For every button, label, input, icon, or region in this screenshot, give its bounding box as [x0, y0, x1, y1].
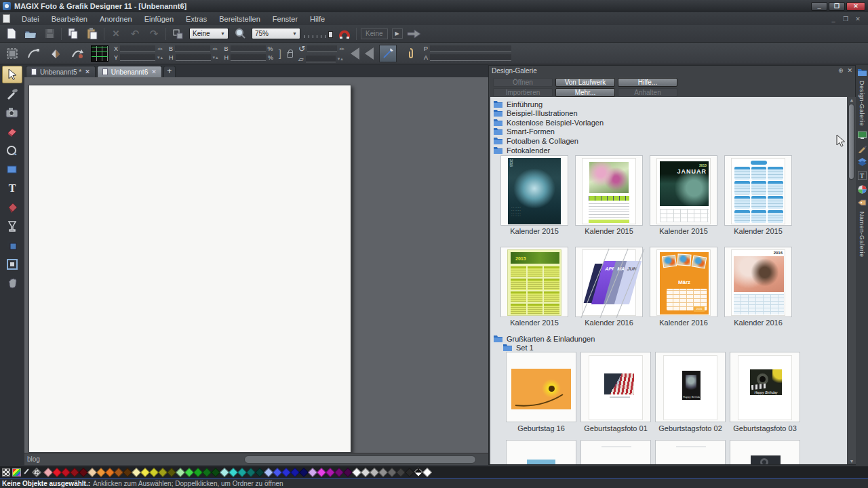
- eraser-tool[interactable]: [2, 123, 22, 140]
- name-gallery-tag-icon[interactable]: [857, 198, 867, 207]
- palette-editor-icon[interactable]: [12, 468, 21, 476]
- feather-dropdown[interactable]: Keine: [361, 28, 388, 39]
- template-geburtstagsfoto-01[interactable]: [580, 352, 651, 422]
- stop-button[interactable]: Anhalten: [618, 88, 677, 97]
- zoom-icon[interactable]: [233, 27, 248, 41]
- color-panel-icon[interactable]: [857, 184, 867, 194]
- more-button[interactable]: Mehr...: [555, 88, 615, 97]
- pin-icon[interactable]: ⊕: [838, 67, 844, 74]
- template-partial-2[interactable]: [580, 440, 651, 464]
- folder-fotoalben-collagen[interactable]: Fotoalben & Collagen: [494, 136, 578, 145]
- text-styles-panel-icon[interactable]: T: [857, 171, 867, 180]
- tab-close-icon[interactable]: ✕: [85, 68, 90, 75]
- redo-path-icon[interactable]: [69, 45, 85, 62]
- template-kalender-2016-orange[interactable]: März 2016: [650, 247, 717, 317]
- restore-button[interactable]: ❐: [829, 2, 845, 11]
- transparency-tool[interactable]: [2, 218, 22, 235]
- paste-button[interactable]: [85, 27, 100, 41]
- shadow-tool[interactable]: [2, 237, 22, 254]
- grid-snap-icon[interactable]: [91, 45, 108, 62]
- fill-style-icon[interactable]: [47, 45, 64, 62]
- horizontal-scrollbar[interactable]: blog: [24, 453, 488, 465]
- menu-anordnen[interactable]: Anordnen: [94, 14, 138, 24]
- text-tool[interactable]: T: [2, 180, 22, 197]
- style-dropdown[interactable]: Keine▼: [189, 28, 229, 39]
- scale-w-input[interactable]: [231, 45, 266, 52]
- template-kalender-2015-blue-year[interactable]: [724, 155, 792, 226]
- new-tab-button[interactable]: +: [163, 66, 176, 77]
- folder-set-1[interactable]: Set 1: [503, 343, 534, 352]
- tab-design-galerie[interactable]: Design-Galerie: [859, 81, 865, 126]
- open-gallery-button[interactable]: Öffnen: [493, 78, 553, 87]
- paperclip-icon[interactable]: [402, 45, 418, 62]
- undo-button[interactable]: ↶: [127, 27, 142, 41]
- copy-button[interactable]: [66, 27, 81, 41]
- export-arrow-icon[interactable]: [407, 27, 422, 41]
- mdi-restore-button[interactable]: ❐: [841, 16, 850, 22]
- template-kalender-2016-purple[interactable]: APR MAI JUN: [575, 247, 643, 317]
- slider-thumb[interactable]: [328, 31, 333, 38]
- template-kalender-2015-grotto[interactable]: 2015 · · · · · ·· · · · · ·· · · · · ·· …: [500, 155, 568, 226]
- magnet-snap-icon[interactable]: [337, 27, 352, 41]
- template-kalender-2016-pets[interactable]: 2016: [724, 247, 792, 317]
- close-button[interactable]: ✕: [846, 2, 865, 11]
- zoom-level-dropdown[interactable]: 75%▼: [252, 28, 300, 39]
- photo-tool[interactable]: [2, 104, 22, 121]
- template-partial-1[interactable]: [506, 440, 576, 464]
- rectangle-tool[interactable]: [2, 161, 22, 178]
- new-document-button[interactable]: [4, 27, 19, 41]
- help-button[interactable]: Hilfe...: [618, 78, 677, 87]
- hscroll-thumb[interactable]: [244, 455, 476, 464]
- smoothing-slider[interactable]: [304, 30, 333, 38]
- folder-kostenlose-vorlagen[interactable]: Kostenlose Beispiel-Vorlagen: [494, 118, 604, 127]
- pen-panel-icon[interactable]: [857, 144, 867, 153]
- gallery-close-icon[interactable]: ✕: [847, 67, 852, 74]
- redo-button[interactable]: ↷: [146, 27, 161, 41]
- tab-namen-galerie[interactable]: Namen-Galerie: [859, 211, 865, 258]
- lock-aspect-icon[interactable]: [287, 52, 293, 58]
- mdi-minimize-button[interactable]: _: [829, 16, 838, 22]
- x-input[interactable]: [120, 45, 155, 52]
- rotation-input[interactable]: [307, 45, 337, 52]
- template-geburtstagsfoto-02[interactable]: Happy Birthday: [655, 352, 726, 422]
- import-button[interactable]: Importieren: [493, 88, 553, 97]
- flip-vertical-button[interactable]: [365, 47, 374, 60]
- no-color-swatch[interactable]: [2, 468, 10, 476]
- height-input[interactable]: [176, 54, 211, 61]
- template-partial-4[interactable]: [730, 440, 800, 464]
- select-bounds-icon[interactable]: [4, 45, 20, 62]
- menu-einfuegen[interactable]: Einfügen: [138, 14, 180, 24]
- y-input[interactable]: [120, 54, 155, 61]
- scale-h-input[interactable]: [231, 54, 266, 61]
- folder-grusskarten-einladungen[interactable]: Grußkarten & Einladungen: [494, 334, 595, 343]
- flip-horizontal-button[interactable]: [351, 47, 359, 60]
- eyedropper-icon[interactable]: [23, 468, 30, 476]
- menu-hilfe[interactable]: Hilfe: [304, 14, 331, 24]
- line-tool-button[interactable]: [379, 45, 397, 62]
- from-drive-button[interactable]: Von Laufwerk: [555, 78, 615, 87]
- template-kalender-2015-green-year[interactable]: 2015: [500, 247, 568, 317]
- canvas-area[interactable]: [24, 77, 488, 453]
- select-tool[interactable]: [2, 66, 22, 83]
- curve-edit-icon[interactable]: [26, 45, 42, 62]
- fill-tool[interactable]: [2, 199, 22, 216]
- folder-einfuehrung[interactable]: Einführung: [494, 100, 542, 108]
- tab-unbenannt5[interactable]: Unbenannt5 * ✕: [26, 66, 96, 77]
- delete-button[interactable]: ✕: [108, 27, 123, 41]
- menu-fenster[interactable]: Fenster: [267, 14, 304, 24]
- screen-panel-icon[interactable]: [857, 130, 867, 140]
- mdi-close-button[interactable]: ✕: [853, 16, 863, 22]
- gallery-scrollbar[interactable]: ▲ ▼: [848, 97, 856, 464]
- scroll-down-arrow[interactable]: ▼: [848, 459, 856, 464]
- tab-unbenannt6[interactable]: Unbenannt6 ✕: [97, 66, 162, 77]
- scroll-up-arrow[interactable]: ▲: [848, 98, 856, 102]
- width-input[interactable]: [175, 45, 210, 52]
- shape-editor-tool[interactable]: [2, 142, 22, 159]
- contour-tool[interactable]: [2, 256, 22, 273]
- template-geburtstag-16[interactable]: [506, 352, 576, 422]
- template-kalender-2015-januar[interactable]: 2015JANUAR: [650, 155, 717, 226]
- gallery-scroll-thumb[interactable]: [848, 104, 854, 180]
- feather-apply-button[interactable]: ▶: [392, 28, 403, 39]
- tab-close-icon[interactable]: ✕: [151, 68, 157, 75]
- template-kalender-2015-flowers[interactable]: [575, 155, 643, 226]
